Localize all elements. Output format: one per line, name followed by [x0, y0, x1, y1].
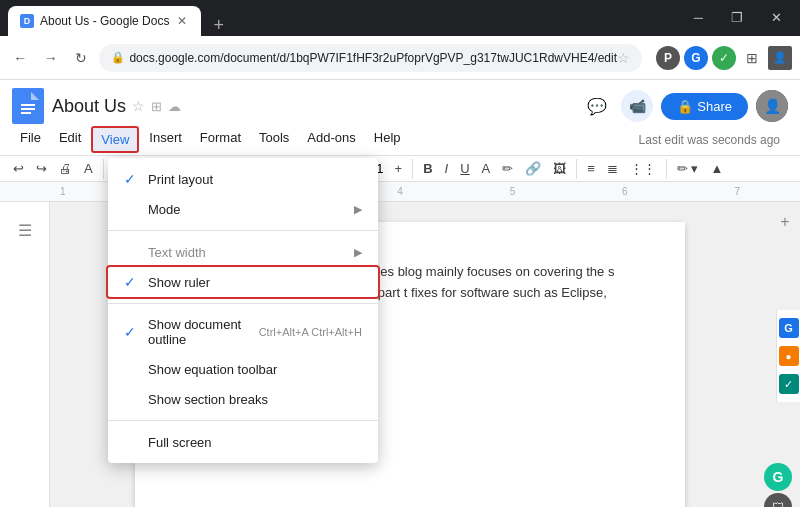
menu-file[interactable]: File — [12, 126, 49, 153]
menu-item-full-screen[interactable]: ✓ Full screen — [108, 427, 378, 457]
menu-item-show-equation[interactable]: ✓ Show equation toolbar — [108, 354, 378, 384]
show-section-label: Show section breaks — [148, 392, 362, 407]
italic-button[interactable]: I — [440, 158, 454, 179]
document-title[interactable]: About Us — [52, 96, 126, 117]
divider-1 — [108, 230, 378, 231]
tab-favicon: D — [20, 14, 34, 28]
back-button[interactable]: ← — [8, 44, 32, 72]
comment-button[interactable]: 💬 — [581, 90, 613, 122]
ruler-mark-5: 5 — [510, 186, 516, 197]
reload-button[interactable]: ↻ — [69, 44, 93, 72]
add-comment-right-icon[interactable]: + — [773, 210, 797, 234]
docs-title-area: About Us ☆ ⊞ ☁ — [52, 96, 573, 117]
view-dropdown-menu: ✓ Print layout ✓ Mode ▶ ✓ Text width ▶ ✓… — [108, 158, 378, 463]
forward-button[interactable]: → — [38, 44, 62, 72]
ruler-mark-4: 4 — [397, 186, 403, 197]
minimize-button[interactable]: ─ — [688, 8, 709, 27]
check-show-outline-icon: ✓ — [124, 324, 140, 340]
tab-close-button[interactable]: ✕ — [175, 12, 189, 30]
user-avatar[interactable]: 👤 — [756, 90, 788, 122]
ext-icon-puzzle[interactable]: ⊞ — [740, 46, 764, 70]
list-button[interactable]: ⋮⋮ — [625, 158, 661, 179]
menu-tools[interactable]: Tools — [251, 126, 297, 153]
link-button[interactable]: 🔗 — [520, 158, 546, 179]
lock-icon: 🔒 — [111, 51, 125, 64]
toolbar-divider-6 — [576, 159, 577, 179]
menu-addons[interactable]: Add-ons — [299, 126, 363, 153]
divider-2 — [108, 303, 378, 304]
tab-area: D About Us - Google Docs ✕ + — [0, 6, 800, 36]
image-button[interactable]: 🖼 — [548, 158, 571, 179]
highlight-button[interactable]: ✏ — [497, 158, 518, 179]
outline-shortcut: Ctrl+Alt+A Ctrl+Alt+H — [259, 326, 362, 338]
align-button[interactable]: ≡ — [582, 158, 600, 179]
text-width-label: Text width — [148, 245, 346, 260]
browser-titlebar: D About Us - Google Docs ✕ + ─ ❐ ✕ — [0, 0, 800, 36]
text-color-button[interactable]: A — [477, 158, 496, 179]
menu-edit[interactable]: Edit — [51, 126, 89, 153]
svg-rect-3 — [21, 108, 35, 110]
print-button[interactable]: 🖨 — [54, 158, 77, 179]
ext-icon-2[interactable]: G — [684, 46, 708, 70]
docs-logo — [12, 88, 44, 124]
menu-item-text-width[interactable]: ✓ Text width ▶ — [108, 237, 378, 267]
active-tab[interactable]: D About Us - Google Docs ✕ — [8, 6, 201, 36]
toolbar-divider-7 — [666, 159, 667, 179]
svg-rect-4 — [21, 112, 31, 114]
address-text: docs.google.com/document/d/1bqPW7IF1fHF3… — [129, 51, 617, 65]
menu-help[interactable]: Help — [366, 126, 409, 153]
divider-3 — [108, 420, 378, 421]
ext-side-icon-3[interactable]: ✓ — [779, 374, 799, 394]
line-spacing-button[interactable]: ≣ — [602, 158, 623, 179]
ext-side-icon-2[interactable]: ● — [779, 346, 799, 366]
svg-rect-2 — [21, 104, 35, 106]
menu-item-show-outline[interactable]: ✓ Show document outline Ctrl+Alt+A Ctrl+… — [108, 310, 378, 354]
toolbar-collapse-button[interactable]: ▲ — [706, 158, 729, 179]
share-label: Share — [697, 99, 732, 114]
ext-side-icon-1[interactable]: G — [779, 318, 799, 338]
menu-insert[interactable]: Insert — [141, 126, 190, 153]
ruler-mark-7: 7 — [734, 186, 740, 197]
left-sidebar-icon[interactable]: ☰ — [5, 210, 45, 250]
close-window-button[interactable]: ✕ — [765, 8, 788, 27]
extension-icons: P G ✓ ⊞ 👤 — [656, 46, 792, 70]
extension-toolbar-right: G ● ✓ — [776, 310, 800, 402]
show-outline-label: Show document outline — [148, 317, 251, 347]
more-tools-button[interactable]: ✏ ▾ — [672, 158, 704, 179]
grammarly-icon[interactable]: G — [764, 463, 792, 491]
menu-item-show-ruler[interactable]: ✓ Show ruler — [108, 267, 378, 297]
address-bar[interactable]: 🔒 docs.google.com/document/d/1bqPW7IF1fH… — [99, 44, 642, 72]
spell-check-button[interactable]: A — [79, 158, 98, 179]
menu-format[interactable]: Format — [192, 126, 249, 153]
ruler-mark-1: 1 — [60, 186, 66, 197]
window-controls: ─ ❐ ✕ — [688, 8, 788, 27]
cloud-save-icon: ☁ — [168, 99, 181, 114]
star-doc-icon[interactable]: ☆ — [132, 98, 145, 114]
menu-item-show-section[interactable]: ✓ Show section breaks — [108, 384, 378, 414]
menu-item-mode[interactable]: ✓ Mode ▶ — [108, 194, 378, 224]
menu-view[interactable]: View — [91, 126, 139, 153]
menu-item-print-layout[interactable]: ✓ Print layout — [108, 164, 378, 194]
undo-button[interactable]: ↩ — [8, 158, 29, 179]
share-button[interactable]: 🔒 Share — [661, 93, 748, 120]
underline-button[interactable]: U — [455, 158, 474, 179]
toolbar-divider-1 — [103, 159, 104, 179]
mode-label: Mode — [148, 202, 346, 217]
bookmark-icon[interactable]: ☆ — [617, 50, 630, 66]
font-size-increase-btn[interactable]: + — [390, 158, 408, 179]
redo-button[interactable]: ↪ — [31, 158, 52, 179]
ext-icon-3[interactable]: ✓ — [712, 46, 736, 70]
maximize-button[interactable]: ❐ — [725, 8, 749, 27]
meet-icon[interactable]: 📹 — [621, 90, 653, 122]
menu-bar: File Edit View Insert Format Tools Add-o… — [0, 124, 800, 155]
check-print-layout-icon: ✓ — [124, 171, 140, 187]
bold-button[interactable]: B — [418, 158, 437, 179]
show-equation-label: Show equation toolbar — [148, 362, 362, 377]
check-show-ruler-icon: ✓ — [124, 274, 140, 290]
profile-icon[interactable]: 👤 — [768, 46, 792, 70]
last-edit-text: Last edit was seconds ago — [631, 129, 788, 151]
new-tab-button[interactable]: + — [205, 15, 232, 36]
text-width-arrow-icon: ▶ — [354, 246, 362, 259]
ruler-mark-6: 6 — [622, 186, 628, 197]
ext-icon-1[interactable]: P — [656, 46, 680, 70]
